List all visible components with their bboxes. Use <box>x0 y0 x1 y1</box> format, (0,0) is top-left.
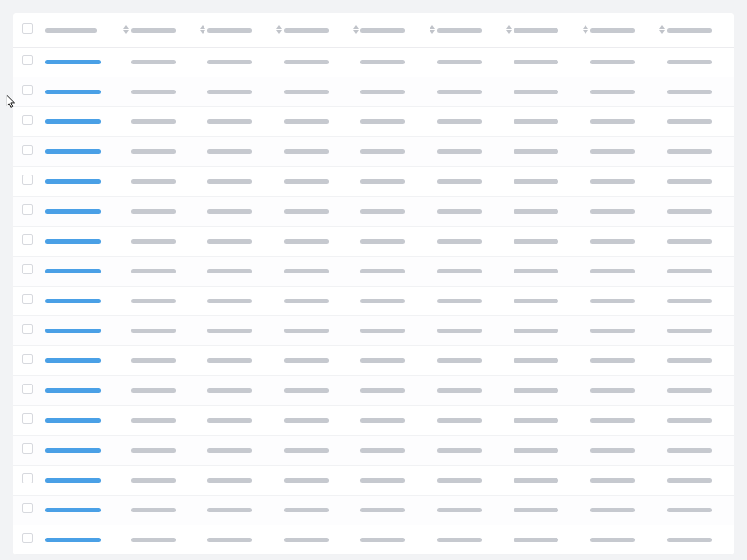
cell-value: — <box>667 209 712 214</box>
row-checkbox[interactable] <box>22 354 33 364</box>
row-checkbox[interactable] <box>22 85 33 95</box>
row-checkbox[interactable] <box>22 413 33 424</box>
column-header-g[interactable]: col-g <box>514 28 558 33</box>
row-name-link[interactable]: row-11 <box>45 358 101 363</box>
cell-value: — <box>284 329 329 333</box>
row-checkbox[interactable] <box>22 115 33 125</box>
row-name-link[interactable]: row-5 <box>45 179 101 184</box>
row-name-link[interactable]: row-16 <box>45 508 101 512</box>
row-checkbox[interactable] <box>22 55 33 65</box>
cell-value: — <box>360 239 405 244</box>
cell-value: — <box>284 209 329 214</box>
table-row[interactable]: row-5————————— <box>13 166 734 196</box>
row-checkbox[interactable] <box>22 443 33 454</box>
row-checkbox[interactable] <box>22 204 33 215</box>
row-name-link[interactable]: row-10 <box>45 329 101 333</box>
column-header-e[interactable]: col-e <box>360 28 405 33</box>
table-row[interactable]: row-8————————— <box>13 256 734 286</box>
cell-value: — <box>360 538 405 542</box>
row-name-link[interactable]: row-4 <box>45 149 101 154</box>
row-checkbox[interactable] <box>22 234 33 245</box>
column-header-b[interactable]: col-b <box>131 28 176 33</box>
cell-value: — <box>590 239 635 244</box>
cell-value: — <box>207 508 252 512</box>
cell-value: — <box>514 329 558 333</box>
row-name-link[interactable]: row-2 <box>45 90 101 94</box>
column-header-h[interactable]: col-h <box>590 28 635 33</box>
table-row[interactable]: row-15————————— <box>13 465 734 495</box>
cell-value: — <box>437 329 482 333</box>
table-row[interactable]: row-2————————— <box>13 77 734 106</box>
table-row[interactable]: row-3————————— <box>13 106 734 136</box>
cell-value: — <box>437 269 482 273</box>
cell-value: — <box>437 388 482 393</box>
cell-value: — <box>284 299 329 303</box>
row-name-link[interactable]: row-6 <box>45 209 101 214</box>
row-name-link[interactable]: row-17 <box>45 538 101 542</box>
row-checkbox[interactable] <box>22 145 33 155</box>
column-header-i[interactable]: col-i <box>667 28 712 33</box>
cell-value: — <box>131 388 176 393</box>
table-row[interactable]: row-10————————— <box>13 315 734 345</box>
row-checkbox[interactable] <box>22 384 33 394</box>
row-name-link[interactable]: row-8 <box>45 269 101 273</box>
cell-value: — <box>207 388 252 393</box>
cell-value: — <box>207 299 252 303</box>
table-row[interactable]: row-13————————— <box>13 405 734 435</box>
table-header: name col-b col-c col-d col-e col-f <box>13 13 734 47</box>
cell-value: — <box>207 60 252 64</box>
row-name-link[interactable]: row-15 <box>45 478 101 483</box>
row-checkbox[interactable] <box>22 473 33 483</box>
row-checkbox[interactable] <box>22 503 33 513</box>
cell-value: — <box>590 90 635 94</box>
cell-value: — <box>284 90 329 94</box>
table-row[interactable]: row-14————————— <box>13 435 734 465</box>
cell-value: — <box>514 418 558 423</box>
table-row[interactable]: row-12————————— <box>13 375 734 405</box>
cell-value: — <box>514 388 558 393</box>
row-name-link[interactable]: row-13 <box>45 418 101 423</box>
row-name-link[interactable]: row-12 <box>45 388 101 393</box>
cell-value: — <box>437 149 482 154</box>
table-row[interactable]: row-1————————— <box>13 47 734 77</box>
cell-value: — <box>131 538 176 542</box>
row-name-link[interactable]: row-1 <box>45 60 101 64</box>
column-header-d[interactable]: col-d <box>284 28 329 33</box>
row-checkbox[interactable] <box>22 175 33 185</box>
cell-value: — <box>514 119 558 124</box>
cell-value: — <box>437 418 482 423</box>
cell-value: — <box>207 239 252 244</box>
cell-value: — <box>207 358 252 363</box>
cell-value: — <box>590 119 635 124</box>
row-name-link[interactable]: row-3 <box>45 119 101 124</box>
table-row[interactable]: row-11————————— <box>13 345 734 375</box>
cell-value: — <box>131 239 176 244</box>
row-checkbox[interactable] <box>22 533 33 543</box>
table-row[interactable]: row-16————————— <box>13 495 734 525</box>
cell-value: — <box>514 149 558 154</box>
cell-value: — <box>207 90 252 94</box>
table-row[interactable]: row-9————————— <box>13 286 734 315</box>
cell-value: — <box>207 119 252 124</box>
row-checkbox[interactable] <box>22 324 33 334</box>
table-row[interactable]: row-7————————— <box>13 226 734 256</box>
column-header-c[interactable]: col-c <box>207 28 252 33</box>
select-all-checkbox[interactable] <box>22 23 33 34</box>
cell-value: — <box>437 448 482 453</box>
row-name-link[interactable]: row-7 <box>45 239 101 244</box>
column-header-name[interactable]: name <box>45 28 97 33</box>
cell-value: — <box>131 478 176 483</box>
cell-value: — <box>667 478 712 483</box>
row-checkbox[interactable] <box>22 294 33 304</box>
row-name-link[interactable]: row-14 <box>45 448 101 453</box>
column-header-f[interactable]: col-f <box>437 28 482 33</box>
cell-value: — <box>437 119 482 124</box>
table-row[interactable]: row-17————————— <box>13 525 734 554</box>
row-checkbox[interactable] <box>22 264 33 274</box>
cell-value: — <box>284 358 329 363</box>
cell-value: — <box>514 60 558 64</box>
row-name-link[interactable]: row-9 <box>45 299 101 303</box>
table-row[interactable]: row-4————————— <box>13 136 734 166</box>
cell-value: — <box>360 448 405 453</box>
table-row[interactable]: row-6————————— <box>13 196 734 226</box>
